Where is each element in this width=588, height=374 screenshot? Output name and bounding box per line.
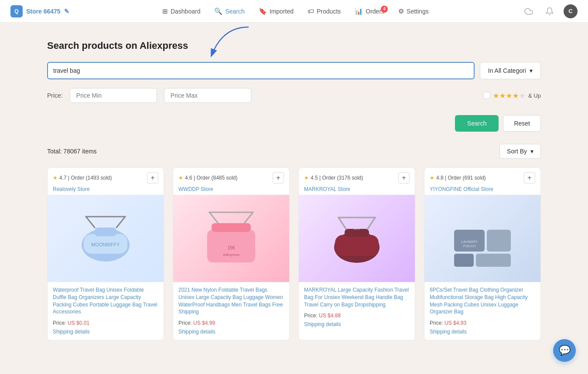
product-card: ★ 4.5 | Order (3176 sold) + MARKROYAL St… xyxy=(298,167,415,340)
search-input-wrap xyxy=(47,62,475,79)
price-max-input[interactable] xyxy=(164,88,251,103)
svg-line-10 xyxy=(209,212,218,223)
sort-dropdown[interactable]: Sort By ▾ xyxy=(499,144,541,159)
rating-value: 4.8 | Order (691 sold) xyxy=(436,175,486,181)
search-button[interactable]: Search xyxy=(455,115,499,132)
star-icon: ★ xyxy=(178,175,183,181)
search-nav-icon: 🔍 xyxy=(214,7,222,15)
svg-text:POUCH: POUCH xyxy=(463,244,476,248)
chat-button[interactable]: 💬 xyxy=(553,339,576,362)
svg-rect-16 xyxy=(335,235,379,256)
nav-item-search[interactable]: 🔍 Search xyxy=(208,5,250,18)
svg-rect-3 xyxy=(95,228,116,236)
sort-label: Sort By xyxy=(507,148,527,155)
svg-text:LAUNDRY: LAUNDRY xyxy=(461,240,478,244)
svg-line-5 xyxy=(116,217,125,228)
product-rating: ★ 4.5 | Order (3176 sold) xyxy=(304,175,363,181)
orders-icon: 📊 xyxy=(355,7,363,15)
chevron-down-icon: ▾ xyxy=(530,67,533,74)
store-label: Store 66475 xyxy=(26,8,61,15)
search-input[interactable] xyxy=(53,63,468,78)
svg-text:MR: MR xyxy=(353,226,360,231)
action-row: Search Reset xyxy=(47,115,541,132)
nav-item-settings[interactable]: ⚙ Settings xyxy=(392,5,435,18)
product-title[interactable]: 6PCs/Set Travel Bag Clothing Organizer M… xyxy=(424,282,540,318)
price-value: US $4.88 xyxy=(319,313,341,319)
cloud-icon-btn[interactable] xyxy=(522,4,536,18)
rating-stars: ★★★★★ xyxy=(493,92,526,100)
sort-chevron-icon: ▾ xyxy=(530,148,533,155)
edit-icon: ✎ xyxy=(64,8,69,15)
category-label: In All Categori xyxy=(488,67,526,74)
product-card-header: ★ 4.8 | Order (691 sold) + xyxy=(424,168,540,186)
nav-item-imported[interactable]: 🔖 Imported xyxy=(253,5,300,18)
price-min-input[interactable] xyxy=(70,88,157,103)
results-count: Total: 78067 items xyxy=(47,148,97,155)
svg-line-19 xyxy=(368,218,375,229)
shipping-link[interactable]: Shipping details xyxy=(48,328,164,340)
brand-icon: Q xyxy=(10,5,23,17)
price-value: US $0.01 xyxy=(68,320,89,326)
svg-line-4 xyxy=(86,217,95,228)
product-title[interactable]: Waterproof Travel Bag Unisex Foldable Du… xyxy=(48,282,164,318)
orders-badge: 4 xyxy=(381,6,388,13)
shipping-link[interactable]: Shipping details xyxy=(299,320,415,333)
product-card-header: ★ 4.6 | Order (8485 sold) + xyxy=(173,168,289,186)
rating-checkbox[interactable] xyxy=(483,92,490,99)
nav-item-dashboard[interactable]: ⊞ Dashboard xyxy=(156,5,207,18)
rating-value: 4.7 | Order (1493 sold) xyxy=(59,175,112,181)
svg-text:15€: 15€ xyxy=(228,245,235,250)
add-product-button[interactable]: + xyxy=(398,172,410,184)
rating-value: 4.6 | Order (8485 sold) xyxy=(185,175,238,181)
price-value: US $4.99 xyxy=(193,320,215,326)
product-card-header: ★ 4.5 | Order (3176 sold) + xyxy=(299,168,415,186)
results-header: Total: 78067 items Sort By ▾ xyxy=(47,144,541,159)
dashboard-icon: ⊞ xyxy=(162,7,168,15)
nav-item-products[interactable]: 🏷 Products xyxy=(301,5,347,17)
notification-icon-btn[interactable] xyxy=(543,4,557,18)
svg-rect-9 xyxy=(212,223,251,232)
product-title[interactable]: 2021 New Nylon Foldable Travel Bags Unis… xyxy=(173,282,289,318)
avatar[interactable]: C xyxy=(564,4,578,18)
product-rating: ★ 4.7 | Order (1493 sold) xyxy=(53,175,112,181)
shipping-link[interactable]: Shipping details xyxy=(424,328,540,340)
product-image: MOONBIFFY xyxy=(48,195,164,282)
brand-logo[interactable]: Q Store 66475 ✎ xyxy=(10,5,69,17)
svg-rect-25 xyxy=(476,254,511,267)
svg-line-11 xyxy=(244,212,253,223)
filter-row: Price: ★★★★★ & Up xyxy=(47,88,541,103)
nav-item-orders[interactable]: 📊 Orders 4 xyxy=(349,5,390,18)
navbar-right: C xyxy=(522,4,578,18)
star-icon: ★ xyxy=(53,175,58,181)
store-name[interactable]: MARKROYAL Store xyxy=(299,186,415,195)
store-name[interactable]: Realovely Store xyxy=(48,186,164,195)
store-name[interactable]: YIYONGFINE Official Store xyxy=(424,186,540,195)
category-dropdown[interactable]: In All Categori ▾ xyxy=(480,62,541,79)
product-card: ★ 4.7 | Order (1493 sold) + Realovely St… xyxy=(47,167,164,340)
nav-label-settings: Settings xyxy=(407,8,429,15)
svg-rect-23 xyxy=(487,230,511,252)
price-value: US $4.93 xyxy=(444,320,466,326)
search-bar-row: In All Categori ▾ xyxy=(47,62,541,79)
product-title[interactable]: MARKROYAL Large Capacity Fashion Travel … xyxy=(299,282,415,311)
add-product-button[interactable]: + xyxy=(273,172,284,184)
add-product-button[interactable]: + xyxy=(147,172,158,184)
navbar: Q Store 66475 ✎ ⊞ Dashboard 🔍 Search 🔖 I… xyxy=(0,0,588,23)
nav-label-search: Search xyxy=(225,8,244,15)
svg-rect-24 xyxy=(454,254,474,267)
main-nav: ⊞ Dashboard 🔍 Search 🔖 Imported 🏷 Produc… xyxy=(156,5,435,18)
product-price-row: Price: US $4.93 xyxy=(424,318,540,328)
shipping-link[interactable]: Shipping details xyxy=(173,328,289,340)
product-card: ★ 4.6 | Order (8485 sold) + WWDDP Store … xyxy=(173,167,290,340)
reset-button[interactable]: Reset xyxy=(503,115,541,132)
add-product-button[interactable]: + xyxy=(524,172,535,184)
store-name[interactable]: WWDDP Store xyxy=(173,186,289,195)
product-price-row: Price: US $0.01 xyxy=(48,318,164,328)
product-image: LAUNDRYPOUCH xyxy=(424,195,540,282)
chat-icon: 💬 xyxy=(559,345,571,356)
rating-filter: ★★★★★ & Up xyxy=(483,92,541,100)
product-rating: ★ 4.6 | Order (8485 sold) xyxy=(178,175,238,181)
product-card: ★ 4.8 | Order (691 sold) + YIYONGFINE Of… xyxy=(424,167,541,340)
star-icon: ★ xyxy=(430,175,434,181)
nav-label-imported: Imported xyxy=(270,8,294,15)
